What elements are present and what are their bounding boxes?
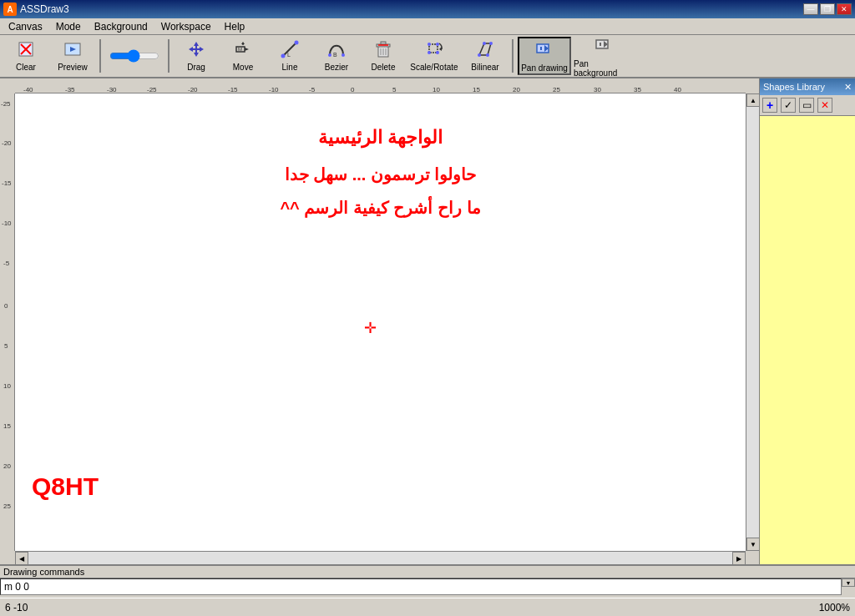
svg-point-16 [341, 53, 345, 57]
commands-input[interactable] [0, 578, 842, 595]
delete-label: Delete [372, 63, 396, 72]
pan-background-icon [594, 35, 614, 58]
bezier-button[interactable]: B Bezier [314, 37, 359, 75]
minimize-button[interactable]: — [803, 3, 818, 15]
preview-icon [63, 40, 82, 61]
bezier-label: Bezier [325, 63, 348, 72]
shapes-delete-button[interactable]: ✕ [817, 98, 832, 113]
canvas-container[interactable]: -40 -35 -30 -25 -20 -15 -10 -5 0 5 10 15… [0, 78, 759, 564]
status-bar: Drawing commands ▲ ▼ [0, 564, 855, 598]
info-bar: 6 -10 1000% [0, 598, 855, 616]
menu-workspace[interactable]: Workspace [154, 19, 218, 34]
move-label: Move [233, 63, 253, 72]
restore-button[interactable]: ❐ [820, 3, 835, 15]
pan-drawing-label: Pan drawing [521, 63, 568, 73]
bilinear-button[interactable]: Bilinear [463, 37, 508, 75]
line-label: Line [282, 63, 298, 72]
shapes-library-content [760, 116, 855, 564]
canvas-text-main: الواجهة الرئيسية [318, 127, 443, 149]
separator-3 [512, 39, 514, 73]
clear-icon [17, 40, 35, 61]
svg-point-32 [483, 42, 486, 45]
zoom-slider-area [105, 37, 164, 75]
svg-point-31 [478, 53, 481, 57]
scrollbar-left-arrow[interactable]: ◀ [15, 552, 28, 564]
svg-point-33 [489, 42, 493, 45]
svg-text:B: B [333, 52, 337, 58]
svg-point-34 [486, 53, 489, 57]
commands-area: ▲ ▼ [0, 578, 855, 598]
toolbar: Clear Preview Drag [0, 35, 855, 78]
scale-rotate-button[interactable]: Scale/Rotate [407, 37, 461, 75]
bilinear-icon [476, 40, 494, 61]
shapes-library-toolbar: + ✓ ▭ ✕ [760, 95, 855, 116]
menu-canvas[interactable]: Canvas [2, 19, 49, 34]
svg-rect-20 [381, 42, 386, 44]
svg-marker-7 [245, 48, 249, 51]
svg-text:M: M [238, 47, 242, 52]
title-bar-buttons: — ❐ ✕ [803, 3, 852, 15]
close-button[interactable]: ✕ [837, 3, 852, 15]
menu-bar: Canvas Mode Background Workspace Help [0, 18, 855, 35]
app-icon: A [3, 3, 17, 16]
zoom-display: 1000% [819, 602, 850, 613]
separator-2 [168, 39, 169, 73]
drawing-area[interactable]: الواجهة الرئيسية حاولوا ترسمون ... سهل ج… [15, 93, 746, 551]
svg-point-29 [436, 51, 439, 54]
preview-label: Preview [58, 63, 88, 72]
canvas-watermark: Q8HT [32, 472, 99, 501]
drag-button[interactable]: Drag [174, 37, 219, 75]
bezier-icon: B [327, 40, 346, 61]
horizontal-scrollbar[interactable]: ◀ ▶ [15, 551, 746, 564]
svg-rect-25 [429, 44, 438, 53]
scale-rotate-icon [425, 40, 443, 61]
pan-background-label: Pan background [574, 59, 634, 78]
ruler-top: -40 -35 -30 -25 -20 -15 -10 -5 0 5 10 15… [15, 78, 746, 93]
shapes-library-panel: Shapes Library ✕ + ✓ ▭ ✕ [759, 78, 855, 564]
pan-background-button[interactable]: Pan background [573, 37, 635, 75]
shapes-rect-button[interactable]: ▭ [799, 98, 814, 113]
app-title: ASSDraw3 [20, 3, 69, 15]
drag-label: Drag [187, 63, 205, 72]
menu-help[interactable]: Help [218, 19, 252, 34]
svg-point-15 [328, 53, 331, 57]
scale-rotate-label: Scale/Rotate [410, 63, 458, 72]
delete-button[interactable]: Delete [361, 37, 406, 75]
ruler-left: -25 -20 -15 -10 -5 0 5 10 15 20 25 [0, 93, 15, 551]
svg-point-28 [428, 51, 431, 54]
vertical-scrollbar[interactable]: ▲ ▼ [746, 93, 759, 551]
move-icon: M [234, 40, 252, 61]
svg-marker-9 [241, 42, 245, 44]
scrollbar-track-h[interactable] [28, 552, 732, 564]
menu-mode[interactable]: Mode [49, 19, 88, 34]
svg-marker-5 [189, 42, 204, 57]
svg-point-13 [295, 41, 299, 45]
svg-point-12 [281, 54, 286, 58]
shapes-library-close-icon[interactable]: ✕ [844, 82, 852, 93]
preview-button[interactable]: Preview [50, 37, 95, 75]
line-icon: L [281, 40, 299, 61]
separator-1 [99, 39, 101, 73]
bilinear-label: Bilinear [471, 63, 498, 72]
commands-scrollbar-down[interactable]: ▼ [842, 578, 855, 587]
drawing-commands-label: Drawing commands [0, 566, 855, 578]
title-bar: A ASSDraw3 — ❐ ✕ [0, 0, 855, 18]
clear-button[interactable]: Clear [3, 37, 48, 75]
title-bar-left: A ASSDraw3 [3, 3, 69, 16]
shapes-library-header: Shapes Library ✕ [760, 78, 855, 95]
svg-point-27 [436, 43, 439, 46]
scrollbar-right-arrow[interactable]: ▶ [732, 552, 746, 564]
menu-background[interactable]: Background [88, 19, 154, 34]
crosshair-icon: ✛ [364, 319, 377, 337]
move-button[interactable]: M Move [220, 37, 266, 75]
scrollbar-down-arrow[interactable]: ▼ [746, 538, 759, 551]
scrollbar-up-arrow[interactable]: ▲ [746, 93, 759, 107]
zoom-slider[interactable] [109, 49, 159, 63]
svg-text:L: L [287, 52, 291, 58]
line-button[interactable]: L Line [267, 37, 312, 75]
shapes-add-button[interactable]: + [762, 98, 777, 113]
svg-point-26 [428, 43, 431, 46]
shapes-check-button[interactable]: ✓ [781, 98, 796, 113]
pan-drawing-button[interactable]: Pan drawing [518, 37, 571, 75]
scrollbar-track-v[interactable] [746, 107, 759, 538]
